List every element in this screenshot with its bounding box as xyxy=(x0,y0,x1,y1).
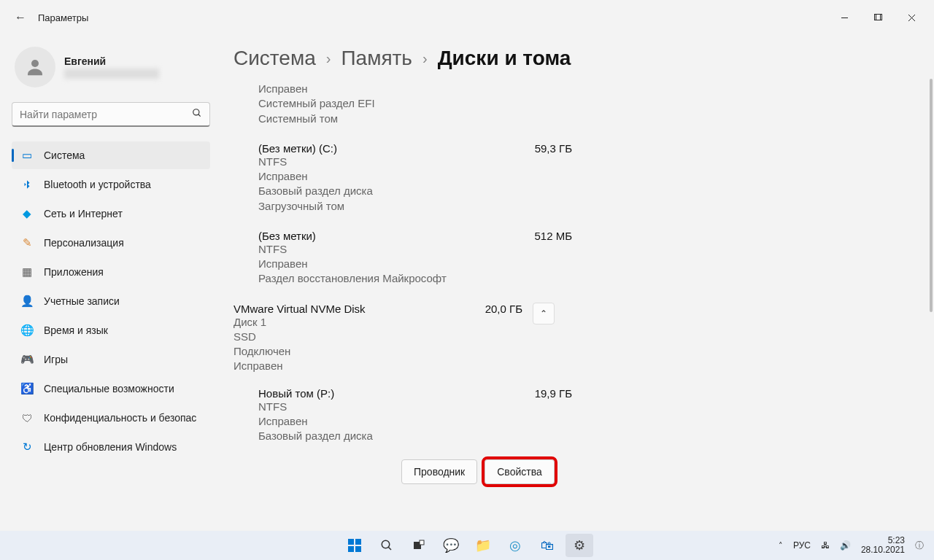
volume-type: Базовый раздел диска xyxy=(258,184,572,198)
settings-button[interactable]: ⚙ xyxy=(566,534,593,557)
main-panel: Система › Память › Диски и тома Исправен… xyxy=(219,35,934,531)
user-email-blurred xyxy=(64,69,159,79)
scrollbar[interactable] xyxy=(930,79,933,312)
edge-button[interactable]: ◎ xyxy=(501,534,529,557)
volume-status: Исправен xyxy=(258,82,572,96)
nav-label: Приложения xyxy=(44,266,104,278)
svg-rect-15 xyxy=(420,540,424,545)
disk-size: 20,0 ГБ xyxy=(485,303,528,315)
chevron-right-icon: › xyxy=(422,50,428,67)
nav-label: Игры xyxy=(44,354,68,365)
user-name: Евгений xyxy=(64,55,159,67)
explorer-button[interactable]: Проводник xyxy=(401,459,477,484)
network-icon[interactable]: 🖧 xyxy=(821,540,830,551)
crumb-disks: Диски и тома xyxy=(438,47,571,70)
shield-icon: 🛡 xyxy=(20,411,34,424)
back-button[interactable]: ← xyxy=(6,3,35,32)
volume-status: Исправен xyxy=(258,257,572,271)
date-text: 28.10.2021 xyxy=(861,545,905,555)
disk-number: Диск 1 xyxy=(234,315,485,330)
language-indicator[interactable]: РУС xyxy=(793,540,811,551)
nav-network[interactable]: ◆Сеть и Интернет xyxy=(12,200,210,228)
volume-icon[interactable]: 🔊 xyxy=(840,540,851,551)
disk-media: SSD xyxy=(234,330,485,344)
collapse-button[interactable]: ⌃ xyxy=(533,303,555,324)
close-button[interactable] xyxy=(895,6,928,29)
nav-update[interactable]: ↻Центр обновления Windows xyxy=(12,433,210,461)
globe-icon: 🌐 xyxy=(20,324,34,337)
svg-rect-10 xyxy=(348,546,354,552)
maximize-button[interactable] xyxy=(861,6,895,29)
volume-type: Системный раздел EFI xyxy=(258,96,572,111)
search-box[interactable] xyxy=(12,102,210,127)
wifi-icon: ◆ xyxy=(20,207,34,220)
grid-icon: ▦ xyxy=(20,265,34,279)
brush-icon: ✎ xyxy=(20,236,34,249)
explorer-button[interactable]: 📁 xyxy=(469,534,497,557)
svg-line-13 xyxy=(388,547,391,550)
crumb-system[interactable]: Система xyxy=(234,47,316,70)
nav-label: Центр обновления Windows xyxy=(44,441,177,453)
avatar xyxy=(15,47,55,88)
nav-accounts[interactable]: 👤Учетные записи xyxy=(12,287,210,315)
disk-state: Подключен xyxy=(234,344,485,359)
search-button[interactable] xyxy=(373,534,401,557)
disk-1[interactable]: VMware Virtual NVMe Disk Диск 1 SSD Подк… xyxy=(234,303,555,374)
svg-rect-8 xyxy=(348,539,354,545)
disk-health: Исправен xyxy=(234,359,485,373)
notifications-button[interactable]: ⓘ xyxy=(915,540,924,552)
volume-type: Базовый раздел диска xyxy=(258,429,572,443)
nav-time[interactable]: 🌐Время и язык xyxy=(12,316,210,344)
user-block[interactable]: Евгений xyxy=(15,47,210,88)
volume-title: Новый том (P:) xyxy=(258,387,334,400)
volume-size: 512 МБ xyxy=(534,230,572,242)
svg-rect-9 xyxy=(355,539,361,545)
volume-size: 19,9 ГБ xyxy=(535,387,572,400)
volume-recovery[interactable]: (Без метки) 512 МБ NTFS Исправен Раздел … xyxy=(258,230,572,287)
chevron-right-icon: › xyxy=(326,50,331,67)
gamepad-icon: 🎮 xyxy=(20,353,34,366)
task-view-button[interactable] xyxy=(405,534,433,557)
start-button[interactable] xyxy=(341,534,368,557)
nav-label: Bluetooth и устройства xyxy=(44,179,151,190)
volume-fs: NTFS xyxy=(258,242,572,257)
nav-system[interactable]: ▭Система xyxy=(12,141,210,169)
nav-personalization[interactable]: ✎Персонализация xyxy=(12,229,210,257)
tray-overflow-button[interactable]: ˄ xyxy=(779,541,783,551)
store-button[interactable]: 🛍 xyxy=(533,534,561,557)
chevron-up-icon: ⌃ xyxy=(540,308,547,319)
crumb-storage[interactable]: Память xyxy=(341,47,412,70)
volume-efi-partial[interactable]: Исправен Системный раздел EFI Системный … xyxy=(258,82,572,126)
volume-actions: Проводник Свойства xyxy=(401,459,916,484)
app-title: Параметры xyxy=(38,12,88,23)
person-icon xyxy=(24,56,46,78)
volume-c[interactable]: (Без метки) (C:) 59,3 ГБ NTFS Исправен Б… xyxy=(258,142,572,214)
clock[interactable]: 5:23 28.10.2021 xyxy=(861,536,905,555)
nav-label: Время и язык xyxy=(44,324,108,336)
sidebar: Евгений ▭Система Bluetooth и устройства … xyxy=(0,35,219,531)
volume-p[interactable]: Новый том (P:) 19,9 ГБ NTFS Исправен Баз… xyxy=(258,387,572,444)
nav-label: Сеть и Интернет xyxy=(44,208,123,219)
chat-button[interactable]: 💬 xyxy=(437,534,465,557)
search-input[interactable] xyxy=(20,109,192,120)
taskbar-center: 💬 📁 ◎ 🛍 ⚙ xyxy=(341,534,593,557)
properties-button[interactable]: Свойства xyxy=(485,459,554,484)
nav-privacy[interactable]: 🛡Конфиденциальность и безопас xyxy=(12,404,210,432)
person-icon: 👤 xyxy=(20,295,34,308)
titlebar: ← Параметры xyxy=(0,0,934,35)
nav-accessibility[interactable]: ♿Специальные возможности xyxy=(12,375,210,402)
svg-rect-1 xyxy=(875,15,881,20)
nav-gaming[interactable]: 🎮Игры xyxy=(12,346,210,373)
minimize-button[interactable] xyxy=(827,6,861,29)
taskbar: 💬 📁 ◎ 🛍 ⚙ ˄ РУС 🖧 🔊 5:23 28.10.2021 ⓘ xyxy=(0,531,934,560)
svg-rect-11 xyxy=(355,546,361,552)
svg-rect-2 xyxy=(876,15,882,20)
system-tray: ˄ РУС 🖧 🔊 5:23 28.10.2021 ⓘ xyxy=(779,536,934,555)
sync-icon: ↻ xyxy=(20,440,34,454)
nav-apps[interactable]: ▦Приложения xyxy=(12,258,210,286)
search-icon xyxy=(192,108,202,120)
nav-bluetooth[interactable]: Bluetooth и устройства xyxy=(12,171,210,198)
svg-point-12 xyxy=(382,540,390,548)
volume-status: Исправен xyxy=(258,169,572,184)
nav-label: Персонализация xyxy=(44,237,124,249)
